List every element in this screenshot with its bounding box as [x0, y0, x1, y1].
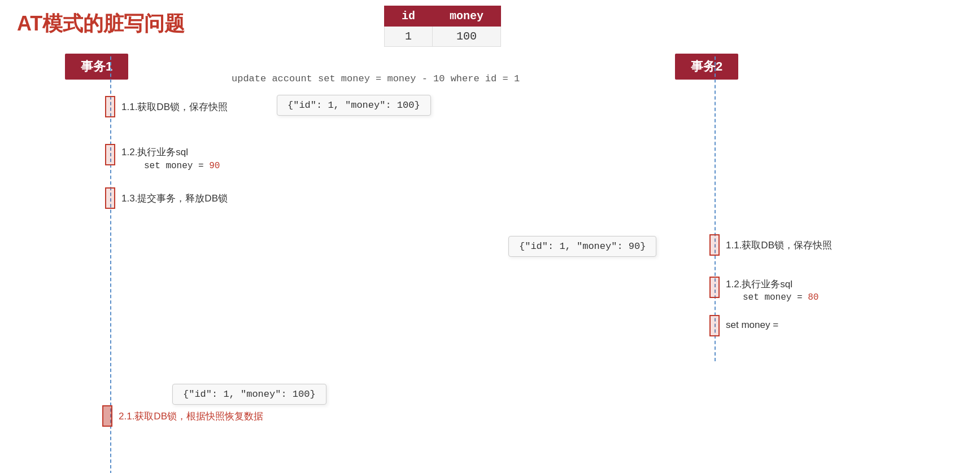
tx2-step1-marker: [709, 234, 720, 256]
tx2-step2a-text: 1.2.执行业务sql: [726, 278, 792, 291]
tx1-step4-text: 2.1.获取DB锁，根据快照恢复数据: [119, 410, 263, 423]
page-title: AT模式的脏写问题: [17, 10, 185, 38]
tx2-label: 事务2: [675, 54, 738, 80]
tx1-step2a-text: 1.2.执行业务sql: [121, 146, 188, 159]
tx1-step3-marker: [105, 187, 115, 209]
tx2-step2b-text: set money = 80: [743, 292, 818, 303]
table-row: 1 100: [385, 27, 501, 47]
tx1-snapshot1: {"id": 1, "money": 100}: [277, 95, 431, 116]
cell-id: 1: [385, 27, 433, 47]
sql-text: update account set money = money - 10 wh…: [232, 73, 520, 84]
cell-money: 100: [433, 27, 501, 47]
col-money: money: [433, 6, 501, 27]
tx1-step4-marker: [102, 405, 112, 427]
tx1-step2b-text: set money = 90: [144, 161, 220, 171]
tx2-step2-marker: [709, 277, 720, 298]
tx2-step3-marker: [709, 315, 720, 336]
tx2-step1-text: 1.1.获取DB锁，保存快照: [726, 239, 832, 252]
tx1-step3-text: 1.3.提交事务，释放DB锁: [121, 192, 228, 205]
tx1-rollback-snapshot: {"id": 1, "money": 100}: [172, 384, 326, 405]
tx2-step3-text: set money =: [726, 319, 778, 331]
tx2-snapshot1: {"id": 1, "money": 90}: [508, 236, 656, 257]
tx1-step1-text: 1.1.获取DB锁，保存快照: [121, 100, 228, 113]
tx1-step2-marker: [105, 144, 115, 165]
db-table: id money 1 100: [384, 6, 501, 47]
tx1-step1-marker: [105, 96, 115, 117]
tx1-label: 事务1: [65, 54, 128, 80]
col-id: id: [385, 6, 433, 27]
